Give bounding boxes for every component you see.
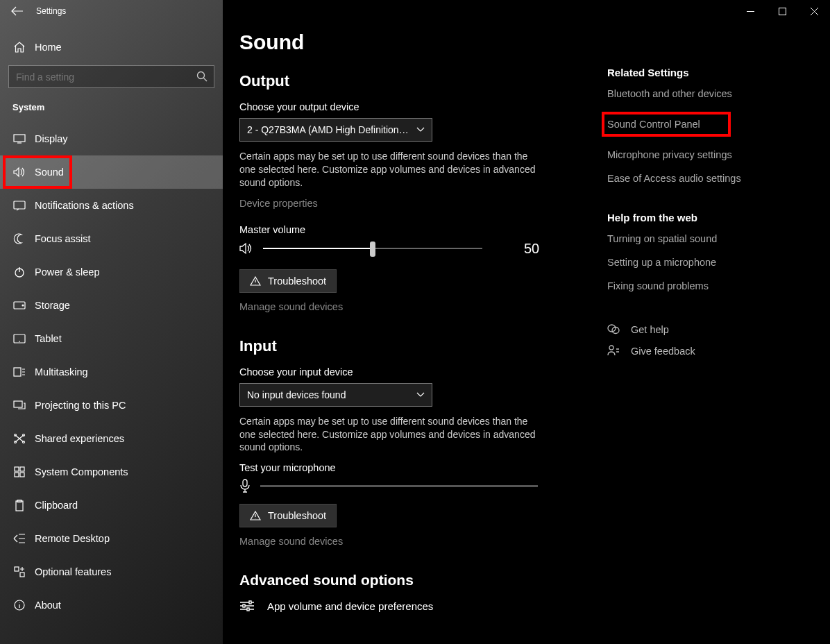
power-icon bbox=[12, 266, 26, 278]
warning-icon bbox=[250, 276, 261, 286]
svg-rect-1 bbox=[14, 135, 25, 142]
output-manage-devices-link[interactable]: Manage sound devices bbox=[239, 301, 545, 312]
output-device-value: 2 - Q27B3MA (AMD High Definition… bbox=[247, 124, 409, 135]
sidebar-item-shared-experiences[interactable]: Shared experiences bbox=[0, 422, 223, 455]
window-controls bbox=[734, 0, 830, 22]
sidebar-item-tablet[interactable]: Tablet bbox=[0, 322, 223, 355]
help-from-web-heading: Help from the web bbox=[607, 212, 774, 223]
window-title: Settings bbox=[0, 0, 223, 22]
output-device-properties-link[interactable]: Device properties bbox=[239, 198, 545, 209]
svg-rect-20 bbox=[20, 573, 24, 577]
test-microphone-label: Test your microphone bbox=[239, 462, 545, 473]
main-content: Sound Output Choose your output device 2… bbox=[223, 0, 830, 644]
svg-rect-26 bbox=[247, 608, 249, 611]
svg-rect-19 bbox=[15, 567, 19, 571]
sidebar-item-display[interactable]: Display bbox=[0, 122, 223, 155]
master-volume-label: Master volume bbox=[239, 224, 545, 235]
link-spatial-sound[interactable]: Turning on spatial sound bbox=[607, 233, 774, 244]
link-fixing-sound[interactable]: Fixing sound problems bbox=[607, 280, 774, 291]
moon-icon bbox=[12, 233, 26, 244]
input-manage-devices-link[interactable]: Manage sound devices bbox=[239, 536, 545, 547]
maximize-button[interactable] bbox=[766, 0, 798, 22]
button-label: Troubleshoot bbox=[268, 510, 326, 521]
back-button[interactable] bbox=[10, 4, 25, 18]
svg-rect-25 bbox=[243, 604, 245, 607]
input-troubleshoot-button[interactable]: Troubleshoot bbox=[239, 504, 337, 527]
sidebar-item-label: Optional features bbox=[35, 566, 111, 577]
sidebar-item-label: Power & sleep bbox=[35, 266, 100, 278]
input-device-dropdown[interactable]: No input devices found bbox=[239, 383, 432, 407]
info-icon bbox=[12, 600, 26, 611]
input-device-label: Choose your input device bbox=[239, 366, 545, 378]
svg-rect-7 bbox=[14, 368, 21, 376]
sidebar-item-multitasking[interactable]: Multitasking bbox=[0, 355, 223, 389]
svg-rect-2 bbox=[14, 201, 25, 209]
sidebar-item-remote-desktop[interactable]: Remote Desktop bbox=[0, 522, 223, 555]
arrow-left-icon bbox=[11, 6, 24, 16]
svg-point-5 bbox=[22, 305, 24, 306]
related-sidebar: Related Settings Bluetooth and other dev… bbox=[607, 31, 774, 644]
sidebar-item-optional-features[interactable]: Optional features bbox=[0, 555, 223, 588]
volume-icon bbox=[239, 242, 253, 255]
feedback-icon bbox=[607, 345, 620, 357]
sidebar-item-label: Clipboard bbox=[35, 500, 78, 511]
sidebar-item-clipboard[interactable]: Clipboard bbox=[0, 489, 223, 522]
optional-features-icon bbox=[12, 566, 26, 577]
svg-rect-23 bbox=[243, 480, 247, 486]
svg-rect-13 bbox=[15, 467, 19, 471]
output-troubleshoot-button[interactable]: Troubleshoot bbox=[239, 269, 337, 293]
sidebar-item-label: Tablet bbox=[35, 333, 62, 344]
multitasking-icon bbox=[12, 367, 26, 377]
maximize-icon bbox=[779, 8, 786, 15]
minimize-button[interactable] bbox=[734, 0, 766, 22]
get-help-link[interactable]: Get help bbox=[607, 323, 774, 335]
nav-home-label: Home bbox=[35, 42, 62, 53]
link-bluetooth-devices[interactable]: Bluetooth and other devices bbox=[607, 88, 774, 99]
slider-fill bbox=[263, 248, 373, 249]
link-microphone-privacy[interactable]: Microphone privacy settings bbox=[607, 149, 774, 160]
remote-desktop-icon bbox=[12, 534, 26, 543]
sidebar-item-notifications[interactable]: Notifications & actions bbox=[0, 189, 223, 222]
sidebar: Settings Home System Display Sound bbox=[0, 0, 223, 644]
search-field[interactable] bbox=[8, 65, 214, 88]
slider-thumb[interactable] bbox=[370, 242, 375, 257]
sidebar-item-label: Remote Desktop bbox=[35, 533, 110, 544]
sidebar-item-about[interactable]: About bbox=[0, 588, 223, 622]
output-help-text: Certain apps may be set up to use differ… bbox=[239, 150, 545, 189]
warning-icon bbox=[250, 511, 261, 520]
link-sound-control-panel[interactable]: Sound Control Panel bbox=[607, 112, 774, 137]
app-volume-preferences-link[interactable]: App volume and device preferences bbox=[239, 600, 545, 612]
give-feedback-link[interactable]: Give feedback bbox=[607, 345, 774, 357]
sidebar-item-label: Display bbox=[35, 133, 68, 144]
sidebar-item-label: Focus assist bbox=[35, 233, 91, 244]
close-button[interactable] bbox=[798, 0, 830, 22]
display-icon bbox=[12, 134, 26, 144]
output-device-label: Choose your output device bbox=[239, 101, 545, 112]
related-settings-heading: Related Settings bbox=[607, 67, 774, 78]
sidebar-item-label: Storage bbox=[35, 300, 70, 311]
minimize-icon bbox=[747, 8, 754, 15]
sidebar-item-storage[interactable]: Storage bbox=[0, 289, 223, 322]
advanced-heading: Advanced sound options bbox=[239, 572, 545, 588]
button-label: Troubleshoot bbox=[268, 276, 326, 287]
sidebar-item-power-sleep[interactable]: Power & sleep bbox=[0, 255, 223, 289]
sidebar-item-focus-assist[interactable]: Focus assist bbox=[0, 222, 223, 255]
master-volume-slider[interactable] bbox=[263, 248, 482, 249]
nav-home[interactable]: Home bbox=[0, 22, 223, 65]
svg-point-29 bbox=[609, 346, 613, 350]
notifications-icon bbox=[12, 200, 26, 211]
link-setup-microphone[interactable]: Setting up a microphone bbox=[607, 257, 774, 268]
sidebar-item-system-components[interactable]: System Components bbox=[0, 455, 223, 489]
input-device-value: No input devices found bbox=[247, 389, 346, 400]
storage-icon bbox=[12, 301, 26, 310]
sidebar-item-sound[interactable]: Sound bbox=[0, 155, 223, 189]
output-device-dropdown[interactable]: 2 - Q27B3MA (AMD High Definition… bbox=[239, 118, 432, 142]
sidebar-item-projecting[interactable]: Projecting to this PC bbox=[0, 389, 223, 422]
chevron-down-icon bbox=[416, 392, 425, 398]
projecting-icon bbox=[12, 400, 26, 410]
sidebar-item-label: Multitasking bbox=[35, 366, 88, 378]
output-heading: Output bbox=[239, 72, 545, 90]
input-heading: Input bbox=[239, 337, 545, 355]
search-input[interactable] bbox=[8, 65, 214, 88]
link-ease-of-access-audio[interactable]: Ease of Access audio settings bbox=[607, 173, 774, 184]
